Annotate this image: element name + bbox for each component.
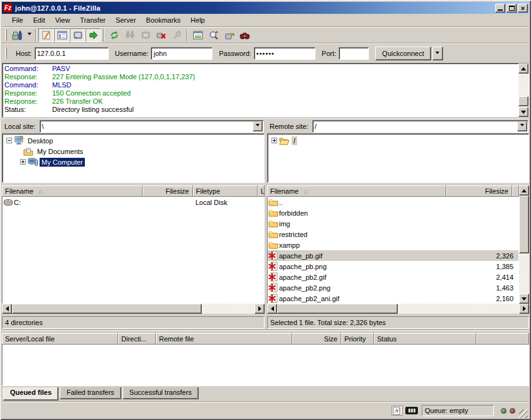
quickconnect-dropdown-button[interactable] bbox=[432, 47, 443, 60]
resize-grip[interactable] bbox=[519, 409, 528, 418]
activity-led-green-icon bbox=[501, 408, 506, 414]
port-input[interactable] bbox=[339, 47, 369, 60]
local-site-dropdown-button[interactable] bbox=[253, 121, 263, 131]
log-scrollbar[interactable] bbox=[518, 64, 528, 117]
tab-failed-transfers[interactable]: Failed transfers bbox=[60, 387, 121, 399]
column-header-size[interactable]: Size bbox=[292, 333, 341, 345]
column-header-status[interactable]: Status bbox=[374, 333, 476, 345]
column-header-remote-file[interactable]: Remote file bbox=[156, 333, 292, 345]
toggle-local-treeview-button[interactable] bbox=[54, 28, 70, 42]
menu-server[interactable]: Server bbox=[111, 15, 141, 25]
filter-icon bbox=[193, 30, 203, 40]
cancel-operation-button[interactable] bbox=[138, 28, 153, 42]
status-bar: A Queue: empty bbox=[2, 403, 529, 418]
remote-site-dropdown-button[interactable] bbox=[517, 121, 527, 131]
toggle-remote-treeview-button[interactable] bbox=[70, 28, 85, 42]
maximize-button[interactable] bbox=[506, 4, 517, 13]
column-header-filename[interactable]: Filename△ bbox=[2, 185, 143, 197]
scrollbar-thumb[interactable] bbox=[277, 304, 398, 314]
quickconnect-button[interactable]: Quickconnect bbox=[375, 47, 431, 60]
column-header-priority[interactable]: Priority bbox=[341, 333, 374, 345]
toolbar bbox=[2, 27, 529, 43]
menu-file[interactable]: File bbox=[7, 15, 28, 25]
disconnect-icon bbox=[156, 30, 167, 40]
tree-item-my-documents[interactable]: My Documents bbox=[3, 146, 264, 157]
chevron-down-icon bbox=[435, 52, 439, 56]
refresh-button[interactable] bbox=[106, 28, 122, 42]
remote-file-row[interactable]: .. bbox=[268, 197, 518, 207]
folder-icon bbox=[268, 209, 279, 217]
remote-file-row[interactable]: apache_pb.png 1,385 bbox=[268, 261, 518, 272]
column-header-filesize[interactable]: Filesize bbox=[143, 185, 192, 197]
username-input[interactable] bbox=[151, 47, 212, 60]
local-site-combobox[interactable]: \ bbox=[40, 120, 264, 133]
expand-icon[interactable] bbox=[271, 138, 277, 143]
synchronized-browsing-button[interactable] bbox=[221, 28, 237, 42]
column-header-filename[interactable]: Filename△ bbox=[267, 185, 446, 197]
image-file-icon bbox=[268, 251, 279, 260]
find-files-button[interactable] bbox=[237, 28, 253, 42]
remote-hscrollbar[interactable] bbox=[267, 304, 529, 314]
tree-item-root[interactable]: / bbox=[268, 135, 528, 146]
menu-edit[interactable]: Edit bbox=[28, 15, 50, 25]
remote-site-combobox[interactable]: / bbox=[312, 120, 528, 133]
disconnect-button[interactable] bbox=[153, 28, 169, 42]
local-file-list: C: Local Disk bbox=[2, 197, 265, 304]
site-manager-button[interactable] bbox=[9, 28, 25, 42]
directory-listing-filters-button[interactable] bbox=[190, 28, 205, 42]
remote-file-row[interactable]: xampp bbox=[268, 240, 518, 250]
toggle-message-log-button[interactable] bbox=[38, 28, 54, 42]
toolbar-grip[interactable] bbox=[5, 30, 7, 41]
scroll-down-icon bbox=[521, 111, 526, 116]
local-file-row[interactable]: C: Local Disk bbox=[3, 197, 264, 207]
documents-folder-icon bbox=[23, 147, 33, 156]
remote-file-row[interactable]: restricted bbox=[268, 229, 518, 240]
password-input[interactable] bbox=[254, 47, 315, 60]
comparison-icon bbox=[209, 30, 219, 40]
scrollbar-thumb[interactable] bbox=[518, 96, 528, 106]
host-input[interactable] bbox=[35, 47, 109, 60]
collapse-icon[interactable] bbox=[6, 138, 12, 143]
speed-limits-icon[interactable] bbox=[405, 407, 418, 414]
scroll-left-icon bbox=[3, 306, 9, 311]
remote-file-row[interactable]: apache_pb2.gif 2,414 bbox=[268, 272, 518, 282]
site-manager-dropdown-button[interactable] bbox=[25, 28, 33, 42]
remote-file-row-selected[interactable]: apache_pb.gif 2,326 bbox=[268, 250, 518, 261]
quickconnect-grip[interactable] bbox=[5, 48, 7, 59]
tab-successful-transfers[interactable]: Successful transfers bbox=[123, 387, 199, 399]
tree-item-desktop[interactable]: Desktop bbox=[3, 135, 264, 146]
remote-file-row[interactable]: img bbox=[268, 218, 518, 229]
queue-list[interactable] bbox=[2, 345, 529, 386]
local-pane: Local site: \ Desktop My Documents My Co… bbox=[2, 119, 265, 329]
scrollbar-thumb[interactable] bbox=[519, 196, 529, 253]
reconnect-button[interactable] bbox=[169, 28, 185, 42]
local-hscrollbar[interactable] bbox=[2, 304, 265, 314]
process-queue-button[interactable] bbox=[122, 28, 138, 42]
tree-item-my-computer[interactable]: My Computer bbox=[3, 157, 264, 167]
minimize-button[interactable] bbox=[495, 4, 505, 13]
menu-bookmarks[interactable]: Bookmarks bbox=[141, 15, 185, 25]
remote-file-row[interactable]: apache_pb2_ani.gif 2,160 bbox=[268, 293, 518, 304]
tab-queued-files[interactable]: Queued files bbox=[3, 387, 58, 401]
close-button[interactable]: × bbox=[518, 4, 528, 13]
remote-vscrollbar[interactable] bbox=[519, 185, 529, 304]
menu-transfer[interactable]: Transfer bbox=[75, 15, 111, 25]
title-bar[interactable]: Fz john@127.0.0.1 - FileZilla × bbox=[2, 2, 529, 14]
toolbar-separator bbox=[103, 29, 104, 41]
directory-comparison-button[interactable] bbox=[205, 28, 221, 42]
column-header-lastmodified[interactable]: L bbox=[258, 185, 265, 197]
expand-icon[interactable] bbox=[20, 159, 26, 165]
remote-file-row[interactable]: forbidden bbox=[268, 207, 518, 218]
column-header-server-local-file[interactable]: Server/Local file bbox=[2, 333, 118, 345]
menu-view[interactable]: View bbox=[50, 15, 75, 25]
queue-status-text: Queue: empty bbox=[422, 405, 494, 416]
remote-file-row[interactable]: apache_pb2.png 1,463 bbox=[268, 282, 518, 293]
column-header-filetype[interactable]: Filetype bbox=[193, 185, 258, 197]
scrollbar-thumb[interactable] bbox=[12, 304, 202, 314]
ascii-data-type-icon[interactable]: A bbox=[391, 406, 403, 416]
menu-help[interactable]: Help bbox=[185, 15, 210, 25]
column-header-filesize[interactable]: Filesize bbox=[446, 185, 512, 197]
toggle-transfer-queue-button[interactable] bbox=[85, 28, 101, 42]
close-icon: × bbox=[521, 5, 525, 11]
column-header-direction[interactable]: Directi... bbox=[118, 333, 156, 345]
